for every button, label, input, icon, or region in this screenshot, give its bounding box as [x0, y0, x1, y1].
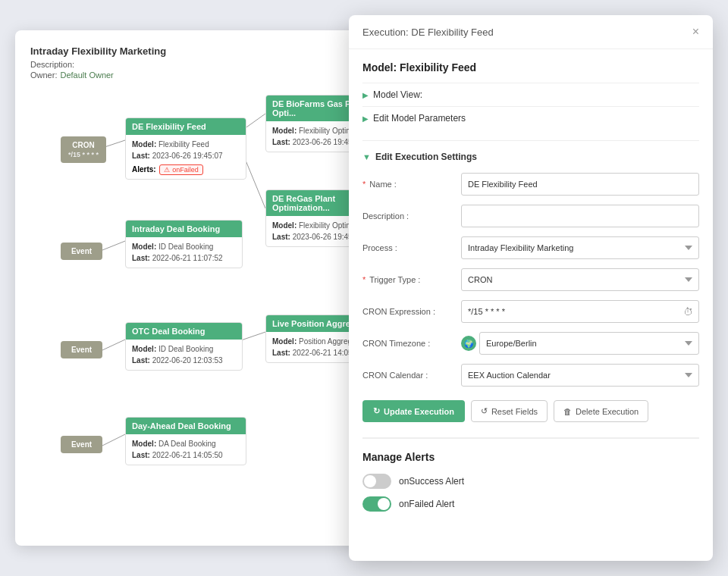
update-icon: ↻	[373, 406, 380, 416]
modal-header: Execution: DE Flexibility Feed ×	[349, 15, 713, 49]
model-view-label: Model View:	[373, 89, 422, 100]
cron-expression-wrapper: ⏱	[461, 300, 699, 323]
edit-model-params-row[interactable]: ▶ Edit Model Parameters	[362, 106, 699, 130]
on-success-alert-row: onSuccess Alert	[362, 474, 699, 489]
update-button-label: Update Execution	[384, 407, 454, 416]
process-select[interactable]: Intraday Flexibility Marketing	[461, 236, 699, 259]
reset-fields-button[interactable]: ↺ Reset Fields	[471, 400, 548, 422]
name-label: * Name :	[362, 180, 461, 189]
card-header-intraday: Intraday Deal Booking	[126, 221, 242, 237]
on-failed-alert-label: onFailed Alert	[399, 499, 454, 509]
timezone-select[interactable]: Europe/Berlin	[479, 332, 699, 355]
svg-line-3	[102, 241, 125, 250]
owner-value: Default Owner	[60, 70, 113, 80]
reset-icon: ↺	[481, 406, 488, 416]
card-model-intraday: Model: ID Deal Booking	[132, 241, 236, 252]
description-input[interactable]	[461, 205, 699, 227]
event-label-3: Event	[68, 440, 95, 449]
description-label: Description:	[30, 60, 74, 69]
card-otc-deal-booking[interactable]: OTC Deal Booking Model: ID Deal Booking …	[125, 322, 243, 371]
cron-expression-input[interactable]	[461, 300, 699, 323]
cron-expression-label: */15 * * * *	[68, 151, 99, 158]
cron-calendar-label: CRON Calendar :	[362, 371, 461, 380]
on-failed-alert-row: onFailed Alert	[362, 496, 699, 512]
card-last-dayahead: Last: 2022-06-21 14:05:50	[132, 449, 240, 461]
section-divider-1	[362, 140, 699, 141]
canvas-title: Intraday Flexibility Marketing	[30, 45, 402, 57]
event-trigger-node-2[interactable]: Event	[61, 341, 102, 358]
process-label: Process :	[362, 243, 461, 252]
modal-body: Model: Flexibility Feed ▶ Model View: ▶ …	[349, 49, 713, 531]
card-header-otc: OTC Deal Booking	[126, 323, 242, 340]
trigger-type-select[interactable]: CRON	[461, 268, 699, 291]
card-model-dayahead: Model: DA Deal Booking	[132, 438, 240, 449]
edit-model-params-chevron-icon: ▶	[362, 114, 369, 123]
on-failed-badge: onFailed	[159, 164, 203, 175]
card-header-dayahead: Day-Ahead Deal Booking	[126, 418, 246, 434]
delete-execution-button[interactable]: 🗑 Delete Execution	[554, 400, 648, 422]
modal-title: Execution: DE Flexibility Feed	[362, 27, 494, 38]
name-required-star: *	[362, 180, 366, 189]
owner-label: Owner:	[30, 70, 57, 80]
close-button[interactable]: ×	[692, 26, 699, 38]
description-form-row: Description :	[362, 205, 699, 227]
cron-calendar-select[interactable]: EEX Auction Calendar	[461, 364, 699, 387]
cron-expression-form-row: CRON Expression : ⏱	[362, 300, 699, 323]
svg-line-4	[102, 340, 125, 350]
name-input[interactable]	[461, 173, 699, 196]
model-section-title: Model: Flexibility Feed	[362, 61, 699, 74]
name-form-row: * Name :	[362, 173, 699, 196]
cron-calendar-form-row: CRON Calendar : EEX Auction Calendar	[362, 364, 699, 387]
process-form-row: Process : Intraday Flexibility Marketing	[362, 236, 699, 259]
manage-alerts-title: Manage Alerts	[362, 451, 699, 463]
edit-execution-settings-header[interactable]: ▼ Edit Execution Settings	[362, 152, 699, 162]
card-model-de-flex: Model: Flexibility Feed	[132, 139, 240, 150]
cron-node-label: CRON	[68, 141, 99, 149]
card-last-de-flex: Last: 2023-06-26 19:45:07	[132, 150, 240, 161]
delete-button-label: Delete Execution	[576, 407, 639, 416]
card-intraday-deal-booking[interactable]: Intraday Deal Booking Model: ID Deal Boo…	[125, 220, 243, 268]
cron-timezone-form-row: CRON Timezone : 🌍 Europe/Berlin	[362, 332, 699, 355]
cron-expression-label: CRON Expression :	[362, 307, 461, 316]
cron-clock-icon: ⏱	[683, 306, 693, 318]
cron-timezone-label: CRON Timezone :	[362, 339, 461, 348]
description-label: Description :	[362, 211, 461, 221]
event-trigger-node-3[interactable]: Event	[61, 436, 102, 453]
card-alert-de-flex: Alerts: onFailed	[132, 161, 240, 175]
trigger-type-label: * Trigger Type :	[362, 275, 461, 284]
card-last-otc: Last: 2022-06-20 12:03:53	[132, 355, 236, 366]
event-trigger-node-1[interactable]: Event	[61, 243, 102, 260]
on-failed-toggle[interactable]	[362, 496, 391, 512]
edit-model-params-label: Edit Model Parameters	[373, 113, 466, 124]
on-success-toggle[interactable]	[362, 474, 391, 489]
svg-line-6	[102, 434, 125, 446]
manage-alerts-section: Manage Alerts onSuccess Alert onFailed A…	[362, 437, 699, 512]
card-last-intraday: Last: 2022-06-21 11:07:52	[132, 252, 236, 264]
edit-execution-settings-label: Edit Execution Settings	[375, 152, 477, 162]
timezone-wrapper: 🌍 Europe/Berlin	[461, 332, 699, 355]
trigger-type-required-star: *	[362, 275, 366, 284]
event-label-1: Event	[68, 247, 95, 255]
action-buttons-row: ↻ Update Execution ↺ Reset Fields 🗑 Dele…	[362, 400, 699, 422]
model-view-row[interactable]: ▶ Model View:	[362, 83, 699, 106]
delete-icon: 🗑	[563, 407, 572, 416]
on-success-alert-label: onSuccess Alert	[399, 476, 464, 487]
cron-trigger-node[interactable]: CRON */15 * * * *	[61, 136, 106, 163]
timezone-globe-icon: 🌍	[461, 336, 476, 351]
card-model-otc: Model: ID Deal Booking	[132, 343, 236, 355]
card-header-de-flex: DE Flexibility Feed	[126, 118, 246, 135]
trigger-type-form-row: * Trigger Type : CRON	[362, 268, 699, 291]
card-de-flexibility-feed[interactable]: DE Flexibility Feed Model: Flexibility F…	[125, 117, 246, 180]
execution-modal: Execution: DE Flexibility Feed × Model: …	[349, 15, 713, 561]
card-day-ahead-deal-booking[interactable]: Day-Ahead Deal Booking Model: DA Deal Bo…	[125, 417, 246, 465]
reset-button-label: Reset Fields	[491, 407, 538, 416]
model-view-chevron-icon: ▶	[362, 91, 369, 99]
update-execution-button[interactable]: ↻ Update Execution	[362, 400, 465, 422]
event-label-2: Event	[68, 346, 95, 354]
svg-line-5	[239, 332, 265, 341]
edit-execution-chevron-icon: ▼	[362, 152, 371, 161]
